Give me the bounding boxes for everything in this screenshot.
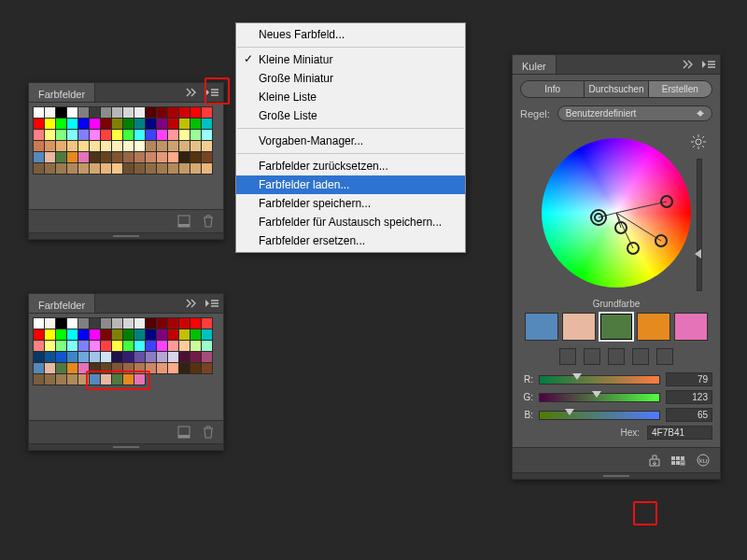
svg-rect-24 — [671, 456, 675, 460]
svg-rect-26 — [681, 456, 684, 460]
menu-item[interactable]: Farbfelder speichern... — [236, 194, 465, 213]
svg-point-15 — [696, 139, 701, 145]
tab-create[interactable]: Erstellen — [649, 81, 712, 97]
panel-tabbar: Kuler — [513, 55, 720, 75]
svg-rect-27 — [671, 461, 675, 465]
add-to-swatches-icon[interactable] — [671, 453, 686, 468]
swatch[interactable] — [201, 162, 213, 175]
hex-label: Hex: — [620, 427, 640, 438]
svg-line-7 — [616, 202, 667, 213]
mini-icon[interactable] — [584, 348, 600, 365]
double-arrow-icon[interactable] — [184, 85, 199, 100]
save-theme-icon[interactable] — [647, 453, 662, 468]
r-value[interactable]: 79 — [666, 372, 712, 386]
svg-rect-3 — [178, 435, 190, 438]
menu-item[interactable]: Farbfelder zurücksetzen... — [236, 157, 465, 175]
b-label: B: — [520, 410, 533, 420]
panel-menu-icon[interactable] — [204, 296, 219, 311]
b-value[interactable]: 65 — [666, 408, 712, 422]
tab-kuler[interactable]: Kuler — [513, 55, 557, 74]
mini-icon[interactable] — [632, 348, 649, 365]
new-swatch-icon[interactable] — [176, 425, 191, 440]
theme-swatch[interactable] — [674, 313, 708, 341]
svg-rect-28 — [676, 461, 680, 465]
g-label: G: — [520, 392, 533, 402]
tab-swatches[interactable]: Farbfelder — [29, 83, 95, 102]
panel-menu-icon[interactable] — [701, 57, 716, 72]
swatch-grid[interactable] — [29, 103, 223, 177]
panel-footer — [29, 209, 223, 232]
brightness-icon — [691, 134, 706, 151]
kuler-footer: ku — [513, 447, 720, 472]
brightness-slider[interactable] — [697, 159, 702, 291]
panel-tabbar: Farbfelder — [29, 83, 223, 103]
r-slider[interactable] — [539, 375, 660, 385]
double-arrow-icon[interactable] — [681, 57, 696, 72]
svg-text:ku: ku — [699, 456, 707, 465]
swatches-panel-top: Farbfelder — [28, 82, 224, 240]
panel-resize-grip[interactable] — [513, 472, 720, 479]
theme-swatches[interactable] — [520, 313, 712, 341]
mini-icon[interactable] — [608, 348, 625, 365]
panel-footer — [29, 420, 223, 443]
menu-item[interactable]: Vorgaben-Manager... — [236, 132, 465, 150]
g-slider[interactable] — [539, 393, 660, 402]
menu-item[interactable]: Farbfelder laden... — [236, 175, 465, 194]
g-value[interactable]: 123 — [666, 390, 712, 404]
double-arrow-icon[interactable] — [184, 296, 199, 311]
tab-info[interactable]: Info — [521, 81, 585, 97]
trash-icon[interactable] — [201, 425, 216, 440]
color-model-icons[interactable] — [520, 348, 712, 365]
menu-item[interactable]: Kleine Miniatur — [236, 50, 465, 69]
panel-flyout-menu[interactable]: Neues Farbfeld...Kleine MiniaturGroße Mi… — [235, 22, 466, 253]
menu-item[interactable]: Große Liste — [236, 106, 465, 125]
tab-browse[interactable]: Durchsuchen — [585, 81, 648, 97]
swatches-panel-bottom: Farbfelder — [28, 293, 224, 451]
panel-tabbar: Farbfelder — [29, 294, 223, 314]
kuler-mode-segment[interactable]: Info Durchsuchen Erstellen — [520, 80, 712, 98]
svg-line-23 — [693, 146, 695, 147]
theme-swatch[interactable] — [562, 313, 596, 341]
swatch-grid[interactable] — [29, 314, 223, 388]
svg-line-22 — [702, 136, 704, 138]
menu-item[interactable]: Farbfelder für Austausch speichern... — [236, 213, 465, 231]
new-swatch-icon[interactable] — [176, 214, 191, 229]
menu-item[interactable]: Neues Farbfeld... — [236, 25, 465, 44]
rule-label: Regel: — [520, 108, 550, 119]
theme-swatch[interactable] — [637, 313, 670, 341]
svg-line-21 — [702, 146, 704, 147]
hex-value[interactable]: 4F7B41 — [647, 426, 712, 440]
trash-icon[interactable] — [201, 214, 216, 229]
menu-item[interactable]: Farbfelder ersetzen... — [236, 231, 465, 250]
mini-icon[interactable] — [559, 348, 576, 365]
base-color-label: Grundfarbe — [520, 299, 712, 309]
rule-value: Benutzerdefiniert — [566, 108, 637, 119]
tab-swatches[interactable]: Farbfelder — [29, 294, 95, 313]
kuler-panel: Kuler Info Durchsuchen Erstellen Regel: … — [512, 54, 721, 480]
rule-select[interactable]: Benutzerdefiniert — [557, 105, 712, 121]
menu-item[interactable]: Große Miniatur — [236, 69, 465, 88]
r-label: R: — [520, 374, 533, 385]
panel-menu-icon[interactable] — [204, 85, 219, 100]
menu-item[interactable]: Kleine Liste — [236, 88, 465, 106]
swatch[interactable] — [134, 373, 146, 385]
upload-icon[interactable]: ku — [696, 453, 711, 468]
swatch[interactable] — [201, 362, 213, 374]
highlight-add-swatches — [633, 501, 657, 525]
svg-rect-25 — [676, 456, 680, 460]
theme-swatch[interactable] — [599, 313, 633, 341]
panel-resize-grip[interactable] — [29, 443, 223, 450]
svg-rect-1 — [178, 224, 190, 227]
color-wheel[interactable] — [532, 129, 700, 297]
mini-icon[interactable] — [656, 348, 673, 365]
theme-swatch[interactable] — [525, 313, 558, 341]
b-slider[interactable] — [539, 411, 660, 420]
svg-line-20 — [693, 136, 695, 138]
panel-resize-grip[interactable] — [29, 232, 223, 239]
